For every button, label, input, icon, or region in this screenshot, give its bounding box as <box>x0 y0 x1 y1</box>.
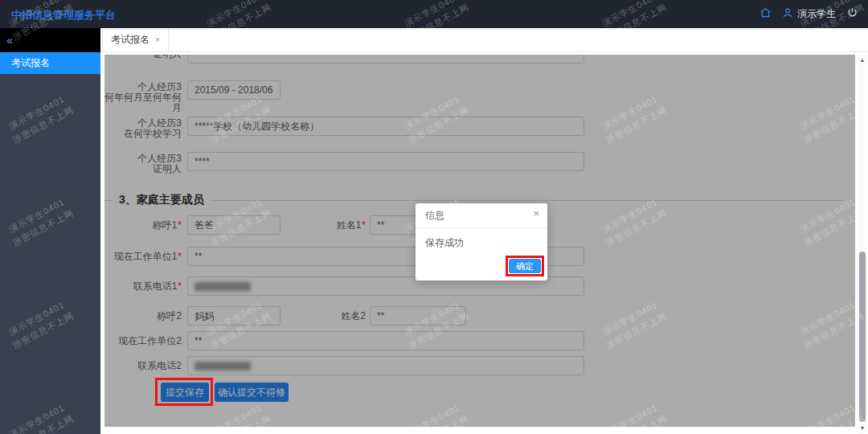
sidebar-collapse-toggle[interactable]: « <box>0 28 100 52</box>
topbar-actions: 演示学生 <box>760 0 858 28</box>
scrollbar-thumb[interactable] <box>859 252 866 422</box>
user-icon <box>782 7 793 21</box>
top-navbar: 中招信息管理服务平台 演示学生 <box>0 0 868 28</box>
message-dialog: 信息 × 保存成功 确定 <box>416 203 547 280</box>
tab-label: 考试报名 <box>111 34 149 45</box>
home-icon[interactable] <box>760 6 772 22</box>
dialog-title: 信息 <box>416 203 547 228</box>
app-window: 中招信息管理服务平台 演示学生 <box>0 0 868 434</box>
scroll-down-arrow-icon[interactable]: ▼ <box>858 425 867 432</box>
vertical-scrollbar[interactable]: ▲ ▼ <box>858 55 867 434</box>
dialog-message: 保存成功 <box>416 228 547 258</box>
dialog-ok-button[interactable]: 确定 <box>509 259 541 273</box>
user-menu[interactable]: 演示学生 <box>782 7 836 21</box>
app-title: 中招信息管理服务平台 <box>11 8 116 23</box>
sidebar: « 考试报名 <box>0 28 100 434</box>
dialog-close-icon[interactable]: × <box>533 208 539 219</box>
tab-bar: 考试报名× <box>100 28 868 52</box>
collapse-icon: « <box>6 34 13 47</box>
sidebar-item-exam-registration[interactable]: 考试报名 <box>0 52 100 74</box>
logout-power-icon[interactable] <box>846 6 858 22</box>
user-name: 演示学生 <box>797 7 836 21</box>
sidebar-item-label: 考试报名 <box>11 57 50 68</box>
tab-exam-registration[interactable]: 考试报名× <box>102 28 169 51</box>
scroll-up-arrow-icon[interactable]: ▲ <box>858 57 867 63</box>
main-area: 考试报名× 证明人 个人经历3何年何月至何年何月 2015/09 - 2018/… <box>100 28 868 434</box>
tab-close-icon[interactable]: × <box>155 35 160 44</box>
form-panel: 证明人 个人经历3何年何月至何年何月 2015/09 - 2018/06 个人经… <box>104 55 855 427</box>
